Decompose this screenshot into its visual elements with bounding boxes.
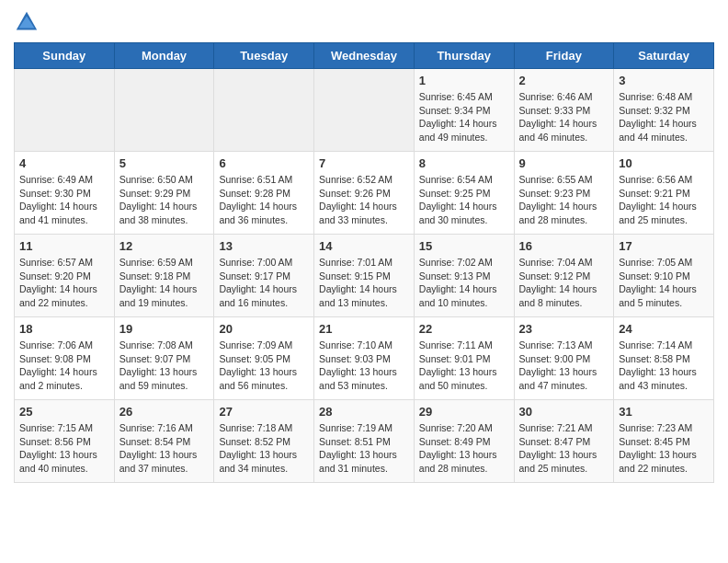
calendar-cell: 10Sunrise: 6:56 AM Sunset: 9:21 PM Dayli… [614,152,714,235]
calendar-week-row: 18Sunrise: 7:06 AM Sunset: 9:08 PM Dayli… [15,317,714,400]
calendar-cell: 29Sunrise: 7:20 AM Sunset: 8:49 PM Dayli… [414,400,514,483]
day-number: 14 [319,239,409,253]
day-number: 30 [519,405,609,419]
day-number: 31 [619,405,709,419]
day-info: Sunrise: 7:11 AM Sunset: 9:01 PM Dayligh… [419,339,509,393]
page-header [14,9,714,35]
day-info: Sunrise: 7:20 AM Sunset: 8:49 PM Dayligh… [419,421,509,476]
calendar-cell: 26Sunrise: 7:16 AM Sunset: 8:54 PM Dayli… [114,400,214,483]
calendar-table: SundayMondayTuesdayWednesdayThursdayFrid… [14,42,714,483]
header-day: Wednesday [314,43,415,69]
day-number: 5 [119,156,210,170]
day-number: 19 [119,322,210,336]
calendar-cell: 15Sunrise: 7:02 AM Sunset: 9:13 PM Dayli… [414,235,514,317]
calendar-cell: 19Sunrise: 7:08 AM Sunset: 9:07 PM Dayli… [114,317,214,400]
calendar-cell: 14Sunrise: 7:01 AM Sunset: 9:15 PM Dayli… [314,235,415,317]
calendar-cell: 5Sunrise: 6:50 AM Sunset: 9:29 PM Daylig… [114,152,214,235]
day-info: Sunrise: 7:23 AM Sunset: 8:45 PM Dayligh… [619,421,709,476]
day-info: Sunrise: 6:54 AM Sunset: 9:25 PM Dayligh… [419,173,509,227]
calendar-cell: 21Sunrise: 7:10 AM Sunset: 9:03 PM Dayli… [314,317,415,400]
calendar-cell: 30Sunrise: 7:21 AM Sunset: 8:47 PM Dayli… [514,400,614,483]
calendar-cell: 9Sunrise: 6:55 AM Sunset: 9:23 PM Daylig… [514,152,614,235]
day-number: 26 [119,405,210,419]
calendar-cell: 22Sunrise: 7:11 AM Sunset: 9:01 PM Dayli… [414,317,514,400]
day-info: Sunrise: 7:18 AM Sunset: 8:52 PM Dayligh… [219,421,309,476]
calendar-cell: 25Sunrise: 7:15 AM Sunset: 8:56 PM Dayli… [15,400,115,483]
day-info: Sunrise: 6:48 AM Sunset: 9:32 PM Dayligh… [619,90,709,144]
day-number: 10 [619,156,709,170]
header-day: Monday [114,43,214,69]
calendar-cell [214,69,314,152]
calendar-body: 1Sunrise: 6:45 AM Sunset: 9:34 PM Daylig… [15,69,714,483]
day-number: 23 [519,322,609,336]
calendar-cell: 18Sunrise: 7:06 AM Sunset: 9:08 PM Dayli… [15,317,115,400]
calendar-week-row: 25Sunrise: 7:15 AM Sunset: 8:56 PM Dayli… [15,400,714,483]
day-info: Sunrise: 7:09 AM Sunset: 9:05 PM Dayligh… [219,339,309,393]
calendar-cell: 2Sunrise: 6:46 AM Sunset: 9:33 PM Daylig… [514,69,614,152]
day-number: 1 [419,74,509,87]
header-day: Thursday [414,43,514,69]
day-number: 3 [619,74,709,87]
day-info: Sunrise: 7:15 AM Sunset: 8:56 PM Dayligh… [19,421,109,476]
day-info: Sunrise: 7:04 AM Sunset: 9:12 PM Dayligh… [519,256,609,310]
day-number: 18 [19,322,109,336]
day-number: 9 [519,156,609,170]
day-info: Sunrise: 7:08 AM Sunset: 9:07 PM Dayligh… [119,339,210,393]
calendar-cell: 27Sunrise: 7:18 AM Sunset: 8:52 PM Dayli… [214,400,314,483]
calendar-cell: 31Sunrise: 7:23 AM Sunset: 8:45 PM Dayli… [614,400,714,483]
day-info: Sunrise: 7:01 AM Sunset: 9:15 PM Dayligh… [319,256,409,310]
day-number: 24 [619,322,709,336]
calendar-cell [114,69,214,152]
calendar-cell: 20Sunrise: 7:09 AM Sunset: 9:05 PM Dayli… [214,317,314,400]
day-number: 11 [19,239,109,253]
day-info: Sunrise: 6:57 AM Sunset: 9:20 PM Dayligh… [19,256,109,310]
day-number: 8 [419,156,509,170]
calendar-cell: 12Sunrise: 6:59 AM Sunset: 9:18 PM Dayli… [114,235,214,317]
calendar-cell: 17Sunrise: 7:05 AM Sunset: 9:10 PM Dayli… [614,235,714,317]
day-info: Sunrise: 6:59 AM Sunset: 9:18 PM Dayligh… [119,256,210,310]
day-number: 27 [219,405,309,419]
day-number: 12 [119,239,210,253]
day-number: 28 [319,405,409,419]
day-number: 25 [19,405,109,419]
day-info: Sunrise: 7:14 AM Sunset: 8:58 PM Dayligh… [619,339,709,393]
day-info: Sunrise: 7:10 AM Sunset: 9:03 PM Dayligh… [319,339,409,393]
day-info: Sunrise: 6:50 AM Sunset: 9:29 PM Dayligh… [119,173,210,227]
day-number: 22 [419,322,509,336]
day-info: Sunrise: 7:16 AM Sunset: 8:54 PM Dayligh… [119,421,210,476]
calendar-week-row: 1Sunrise: 6:45 AM Sunset: 9:34 PM Daylig… [15,69,714,152]
calendar-cell: 11Sunrise: 6:57 AM Sunset: 9:20 PM Dayli… [15,235,115,317]
day-info: Sunrise: 6:46 AM Sunset: 9:33 PM Dayligh… [519,90,609,144]
day-number: 2 [519,74,609,87]
calendar-cell: 1Sunrise: 6:45 AM Sunset: 9:34 PM Daylig… [414,69,514,152]
day-number: 7 [319,156,409,170]
calendar-cell: 13Sunrise: 7:00 AM Sunset: 9:17 PM Dayli… [214,235,314,317]
day-number: 4 [19,156,109,170]
calendar-cell: 16Sunrise: 7:04 AM Sunset: 9:12 PM Dayli… [514,235,614,317]
calendar-cell: 3Sunrise: 6:48 AM Sunset: 9:32 PM Daylig… [614,69,714,152]
day-number: 15 [419,239,509,253]
logo-icon [14,9,40,35]
calendar-week-row: 4Sunrise: 6:49 AM Sunset: 9:30 PM Daylig… [15,152,714,235]
header-day: Tuesday [214,43,314,69]
header-row: SundayMondayTuesdayWednesdayThursdayFrid… [15,43,714,69]
calendar-cell: 6Sunrise: 6:51 AM Sunset: 9:28 PM Daylig… [214,152,314,235]
calendar-cell: 23Sunrise: 7:13 AM Sunset: 9:00 PM Dayli… [514,317,614,400]
day-number: 29 [419,405,509,419]
calendar-cell: 4Sunrise: 6:49 AM Sunset: 9:30 PM Daylig… [15,152,115,235]
day-info: Sunrise: 7:00 AM Sunset: 9:17 PM Dayligh… [219,256,309,310]
calendar-cell: 28Sunrise: 7:19 AM Sunset: 8:51 PM Dayli… [314,400,415,483]
day-info: Sunrise: 7:02 AM Sunset: 9:13 PM Dayligh… [419,256,509,310]
header-day: Sunday [15,43,115,69]
day-number: 6 [219,156,309,170]
calendar-week-row: 11Sunrise: 6:57 AM Sunset: 9:20 PM Dayli… [15,235,714,317]
calendar-header: SundayMondayTuesdayWednesdayThursdayFrid… [15,43,714,69]
header-day: Saturday [614,43,714,69]
calendar-cell [15,69,115,152]
day-number: 21 [319,322,409,336]
day-info: Sunrise: 6:55 AM Sunset: 9:23 PM Dayligh… [519,173,609,227]
day-info: Sunrise: 6:56 AM Sunset: 9:21 PM Dayligh… [619,173,709,227]
header-day: Friday [514,43,614,69]
day-number: 17 [619,239,709,253]
day-info: Sunrise: 6:49 AM Sunset: 9:30 PM Dayligh… [19,173,109,227]
